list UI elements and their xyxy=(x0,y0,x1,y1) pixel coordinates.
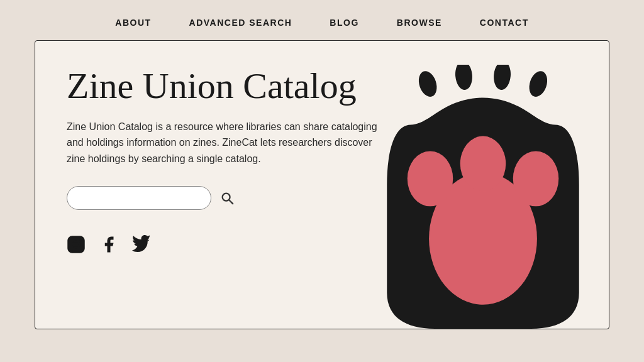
instagram-icon xyxy=(67,235,86,254)
cat-paw-svg xyxy=(376,65,590,329)
svg-point-12 xyxy=(513,151,559,206)
search-icon xyxy=(220,191,234,205)
nav-browse[interactable]: BROWSE xyxy=(397,18,442,28)
svg-line-1 xyxy=(229,200,233,204)
svg-point-7 xyxy=(492,65,512,90)
site-description: Zine Union Catalog is a resource where l… xyxy=(67,119,381,167)
twitter-link[interactable] xyxy=(132,235,151,254)
nav-advanced-search[interactable]: ADVANCED SEARCH xyxy=(189,18,292,28)
search-container xyxy=(67,186,381,210)
search-input[interactable] xyxy=(67,186,211,210)
svg-point-3 xyxy=(73,241,79,248)
nav-contact[interactable]: CONTACT xyxy=(480,18,529,28)
svg-point-10 xyxy=(408,151,453,206)
paw-illustration xyxy=(376,65,590,329)
search-button[interactable] xyxy=(215,186,239,210)
hero-left: Zine Union Catalog Zine Union Catalog is… xyxy=(67,66,381,254)
facebook-link[interactable] xyxy=(99,235,118,254)
svg-point-6 xyxy=(454,65,474,90)
svg-point-5 xyxy=(416,69,440,99)
nav-blog[interactable]: BLOG xyxy=(330,18,358,28)
svg-point-8 xyxy=(526,69,550,99)
nav-about[interactable]: ABOUT xyxy=(115,18,151,28)
social-icons xyxy=(67,235,381,254)
twitter-icon xyxy=(132,235,151,254)
facebook-icon xyxy=(99,235,118,254)
main-nav: ABOUT ADVANCED SEARCH BLOG BROWSE CONTAC… xyxy=(0,0,644,40)
site-title: Zine Union Catalog xyxy=(67,66,381,106)
instagram-link[interactable] xyxy=(67,235,86,254)
hero-card: Zine Union Catalog Zine Union Catalog is… xyxy=(35,40,609,329)
svg-point-4 xyxy=(80,239,82,241)
svg-point-11 xyxy=(460,136,506,192)
